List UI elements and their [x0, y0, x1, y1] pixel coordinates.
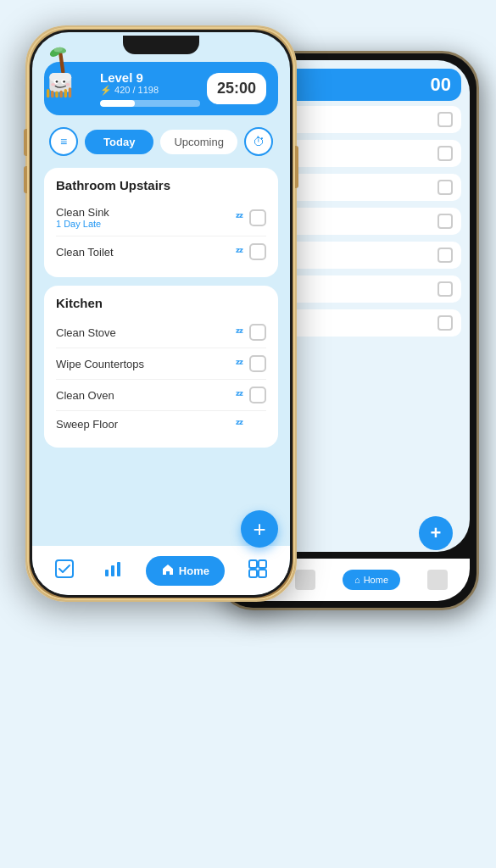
task-row-sweep-floor: Sweep Floor ᶻᶻ: [56, 411, 266, 437]
back-nav-icon-rooms: [427, 570, 448, 590]
nav-tasks-button[interactable]: [49, 555, 80, 586]
mascot: [36, 47, 86, 97]
level-xp: ⚡ 420 / 1198: [100, 85, 200, 96]
tasks-icon: [55, 559, 74, 582]
svg-point-10: [51, 83, 55, 86]
nav-stats-button[interactable]: [98, 555, 128, 586]
svg-rect-16: [64, 89, 67, 97]
snooze-icon-clean-oven[interactable]: ᶻᶻ: [236, 389, 242, 402]
back-nav-icon-stats: [295, 570, 315, 590]
svg-rect-14: [55, 92, 58, 98]
snooze-icon-wipe-countertops[interactable]: ᶻᶻ: [236, 358, 242, 370]
svg-rect-19: [105, 570, 109, 576]
task-sections: Bathroom Upstairs Clean Sink 1 Day Late …: [44, 168, 278, 546]
svg-rect-21: [117, 562, 120, 576]
svg-rect-23: [259, 560, 266, 568]
filter-icon: ≡: [60, 135, 67, 148]
svg-rect-17: [69, 87, 71, 97]
bathroom-title: Bathroom Upstairs: [56, 178, 266, 192]
level-title: Level 9: [100, 70, 200, 85]
svg-rect-25: [259, 570, 266, 577]
checkbox-clean-stove[interactable]: [249, 324, 266, 341]
svg-point-11: [65, 83, 70, 86]
progress-bar-background: [100, 100, 200, 107]
checkbox-wipe-countertops[interactable]: [249, 355, 266, 372]
clock-icon: ⏱: [253, 135, 265, 148]
task-name-clean-toilet: Clean Toilet: [56, 246, 236, 259]
bathroom-section: Bathroom Upstairs Clean Sink 1 Day Late …: [44, 168, 278, 277]
svg-rect-22: [249, 560, 257, 568]
checkbox-clean-toilet[interactable]: [249, 243, 266, 260]
svg-rect-13: [51, 91, 53, 98]
home-icon: [161, 563, 175, 579]
tab-upcoming[interactable]: Upcoming: [160, 130, 237, 154]
kitchen-title: Kitchen: [56, 296, 266, 310]
snooze-icon-sweep-floor[interactable]: ᶻᶻ: [236, 418, 242, 431]
svg-rect-12: [47, 89, 49, 97]
checkbox-clean-oven[interactable]: [249, 387, 266, 403]
task-row-clean-toilet: Clean Toilet ᶻᶻ: [56, 236, 266, 267]
tab-bar: ≡ Today Upcoming ⏱: [44, 124, 278, 159]
checkbox-clean-sink[interactable]: [249, 209, 266, 226]
notch: [123, 36, 199, 54]
svg-point-9: [63, 81, 65, 83]
level-info: Level 9 ⚡ 420 / 1198: [100, 70, 200, 107]
snooze-icon-clean-toilet[interactable]: ᶻᶻ: [236, 246, 242, 259]
bottom-nav: Home: [32, 546, 290, 595]
kitchen-section: Kitchen Clean Stove ᶻᶻ Wipe Countertops …: [44, 286, 278, 448]
fab-add-button[interactable]: +: [241, 510, 278, 548]
task-late-label: 1 Day Late: [56, 219, 236, 229]
timer-badge: 25:00: [207, 73, 266, 104]
task-name-sweep-floor: Sweep Floor: [56, 418, 236, 431]
task-row-wipe-countertops: Wipe Countertops ᶻᶻ: [56, 348, 266, 380]
screen-content: Level 9 ⚡ 420 / 1198 25:00 ≡: [32, 32, 290, 546]
svg-rect-20: [111, 565, 114, 576]
power-button: [295, 146, 298, 188]
scene: 00 ⌂Home +: [0, 0, 496, 868]
svg-rect-24: [249, 570, 257, 577]
task-row-clean-stove: Clean Stove ᶻᶻ: [56, 317, 266, 348]
rooms-icon: [248, 559, 267, 582]
back-fab: +: [419, 516, 453, 550]
task-row-clean-sink: Clean Sink 1 Day Late ᶻᶻ: [56, 199, 266, 236]
svg-rect-5: [49, 73, 71, 81]
nav-home-button[interactable]: Home: [146, 556, 225, 586]
snooze-icon-clean-sink[interactable]: ᶻᶻ: [236, 211, 242, 224]
home-label: Home: [179, 565, 209, 577]
volume-up-button: [24, 129, 27, 156]
task-name-clean-oven: Clean Oven: [56, 389, 236, 402]
snooze-icon-clean-stove[interactable]: ᶻᶻ: [236, 326, 242, 339]
task-name-clean-stove: Clean Stove: [56, 326, 236, 339]
front-screen: Level 9 ⚡ 420 / 1198 25:00 ≡: [32, 32, 290, 595]
phone-front: Level 9 ⚡ 420 / 1198 25:00 ≡: [25, 25, 297, 602]
back-nav-home: ⌂Home: [343, 570, 400, 590]
task-name-clean-sink: Clean Sink 1 Day Late: [56, 206, 236, 229]
stats-icon: [103, 559, 122, 582]
svg-point-8: [56, 81, 59, 83]
clock-button[interactable]: ⏱: [244, 127, 273, 156]
filter-button[interactable]: ≡: [49, 127, 78, 156]
nav-rooms-button[interactable]: [242, 555, 273, 586]
level-card: Level 9 ⚡ 420 / 1198 25:00: [44, 62, 278, 115]
progress-bar-fill: [100, 100, 135, 107]
tab-today[interactable]: Today: [85, 130, 153, 154]
volume-down-button: [24, 166, 27, 193]
task-row-clean-oven: Clean Oven ᶻᶻ: [56, 380, 266, 411]
svg-rect-15: [59, 91, 62, 98]
plus-icon: +: [253, 516, 265, 542]
task-name-wipe-countertops: Wipe Countertops: [56, 358, 236, 370]
